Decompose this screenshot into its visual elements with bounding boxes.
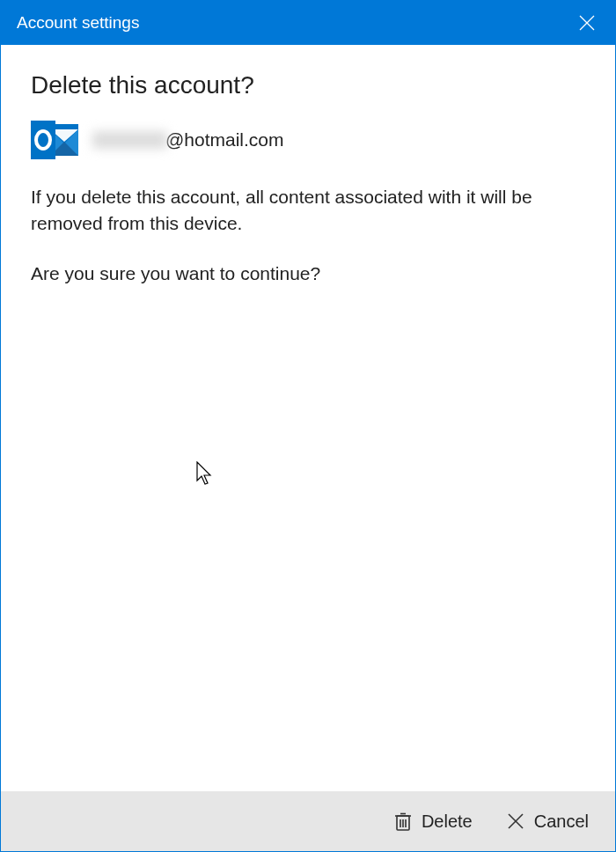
- delete-label: Delete: [422, 812, 473, 832]
- x-icon: [506, 812, 525, 831]
- email-redacted: [92, 131, 167, 149]
- window-title: Account settings: [17, 13, 139, 33]
- warning-text: If you delete this account, all content …: [31, 184, 585, 238]
- dialog-window: Account settings Delete this account? @h…: [0, 0, 616, 852]
- cursor-icon: [196, 461, 214, 486]
- cancel-label: Cancel: [534, 812, 589, 832]
- dialog-heading: Delete this account?: [31, 71, 585, 99]
- dialog-content: Delete this account? @hotmail.com If you…: [1, 45, 615, 791]
- titlebar: Account settings: [1, 1, 615, 45]
- dialog-footer: Delete Cancel: [1, 791, 615, 851]
- account-row: @hotmail.com: [31, 121, 585, 159]
- email-domain: @hotmail.com: [165, 129, 284, 151]
- delete-button[interactable]: Delete: [388, 804, 478, 839]
- close-icon: [579, 15, 595, 31]
- close-button[interactable]: [559, 1, 615, 45]
- confirm-text: Are you sure you want to continue?: [31, 261, 585, 287]
- account-email: @hotmail.com: [92, 129, 284, 151]
- trash-icon: [393, 812, 413, 831]
- cancel-button[interactable]: Cancel: [501, 804, 594, 839]
- outlook-icon: [31, 121, 80, 159]
